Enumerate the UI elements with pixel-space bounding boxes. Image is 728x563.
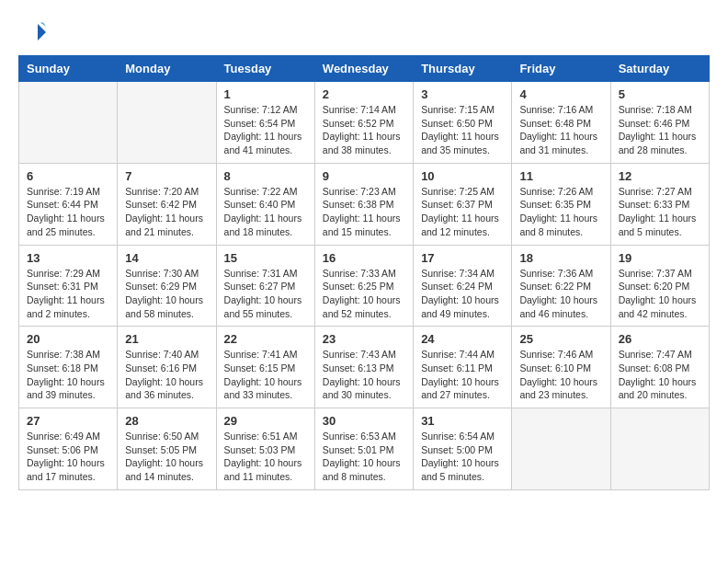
calendar-week-row: 13Sunrise: 7:29 AM Sunset: 6:31 PM Dayli… bbox=[19, 245, 710, 327]
calendar-cell bbox=[19, 82, 118, 164]
calendar-cell: 30Sunrise: 6:53 AM Sunset: 5:01 PM Dayli… bbox=[314, 408, 413, 490]
day-number: 15 bbox=[224, 251, 307, 265]
col-header-tuesday: Tuesday bbox=[216, 56, 314, 82]
calendar-cell: 14Sunrise: 7:30 AM Sunset: 6:29 PM Dayli… bbox=[118, 245, 216, 327]
day-number: 19 bbox=[619, 251, 701, 265]
day-number: 8 bbox=[224, 169, 307, 183]
calendar-cell: 19Sunrise: 7:37 AM Sunset: 6:20 PM Dayli… bbox=[610, 245, 709, 327]
cell-content: Sunrise: 7:16 AM Sunset: 6:48 PM Dayligh… bbox=[519, 103, 602, 157]
cell-content: Sunrise: 7:36 AM Sunset: 6:22 PM Dayligh… bbox=[519, 267, 602, 321]
calendar-cell: 24Sunrise: 7:44 AM Sunset: 6:11 PM Dayli… bbox=[414, 327, 512, 408]
day-number: 29 bbox=[224, 414, 307, 428]
day-number: 3 bbox=[421, 87, 504, 101]
day-number: 18 bbox=[519, 251, 602, 265]
cell-content: Sunrise: 7:41 AM Sunset: 6:15 PM Dayligh… bbox=[224, 348, 307, 402]
day-number: 24 bbox=[421, 332, 504, 346]
calendar-cell: 2Sunrise: 7:14 AM Sunset: 6:52 PM Daylig… bbox=[314, 82, 413, 164]
col-header-thursday: Thursday bbox=[414, 56, 512, 82]
calendar-cell: 20Sunrise: 7:38 AM Sunset: 6:18 PM Dayli… bbox=[19, 327, 118, 408]
cell-content: Sunrise: 7:38 AM Sunset: 6:18 PM Dayligh… bbox=[27, 348, 109, 402]
col-header-friday: Friday bbox=[512, 56, 610, 82]
cell-content: Sunrise: 6:53 AM Sunset: 5:01 PM Dayligh… bbox=[323, 430, 405, 484]
cell-content: Sunrise: 7:46 AM Sunset: 6:10 PM Dayligh… bbox=[519, 348, 602, 402]
day-number: 9 bbox=[323, 169, 405, 183]
cell-content: Sunrise: 7:47 AM Sunset: 6:08 PM Dayligh… bbox=[619, 348, 701, 402]
day-number: 14 bbox=[125, 251, 208, 265]
day-number: 12 bbox=[619, 169, 701, 183]
cell-content: Sunrise: 6:49 AM Sunset: 5:06 PM Dayligh… bbox=[27, 430, 109, 484]
cell-content: Sunrise: 7:25 AM Sunset: 6:37 PM Dayligh… bbox=[421, 185, 504, 239]
calendar-cell: 7Sunrise: 7:20 AM Sunset: 6:42 PM Daylig… bbox=[118, 163, 216, 245]
col-header-sunday: Sunday bbox=[19, 56, 118, 82]
cell-content: Sunrise: 6:54 AM Sunset: 5:00 PM Dayligh… bbox=[421, 430, 504, 484]
cell-content: Sunrise: 7:33 AM Sunset: 6:25 PM Dayligh… bbox=[323, 267, 405, 321]
day-number: 2 bbox=[323, 87, 405, 101]
page-header bbox=[18, 18, 710, 46]
cell-content: Sunrise: 7:31 AM Sunset: 6:27 PM Dayligh… bbox=[224, 267, 307, 321]
day-number: 27 bbox=[27, 414, 109, 428]
cell-content: Sunrise: 7:26 AM Sunset: 6:35 PM Dayligh… bbox=[519, 185, 602, 239]
cell-content: Sunrise: 7:12 AM Sunset: 6:54 PM Dayligh… bbox=[224, 103, 307, 157]
calendar-cell bbox=[610, 408, 709, 490]
day-number: 6 bbox=[27, 169, 109, 183]
calendar-cell bbox=[118, 82, 216, 164]
calendar-cell: 13Sunrise: 7:29 AM Sunset: 6:31 PM Dayli… bbox=[19, 245, 118, 327]
calendar-cell: 16Sunrise: 7:33 AM Sunset: 6:25 PM Dayli… bbox=[314, 245, 413, 327]
col-header-wednesday: Wednesday bbox=[314, 56, 413, 82]
calendar-cell: 28Sunrise: 6:50 AM Sunset: 5:05 PM Dayli… bbox=[118, 408, 216, 490]
calendar-table: SundayMondayTuesdayWednesdayThursdayFrid… bbox=[18, 55, 710, 490]
calendar-cell: 21Sunrise: 7:40 AM Sunset: 6:16 PM Dayli… bbox=[118, 327, 216, 408]
day-number: 10 bbox=[421, 169, 504, 183]
day-number: 31 bbox=[421, 414, 504, 428]
day-number: 25 bbox=[519, 332, 602, 346]
cell-content: Sunrise: 7:27 AM Sunset: 6:33 PM Dayligh… bbox=[619, 185, 701, 239]
calendar-cell: 27Sunrise: 6:49 AM Sunset: 5:06 PM Dayli… bbox=[19, 408, 118, 490]
cell-content: Sunrise: 7:44 AM Sunset: 6:11 PM Dayligh… bbox=[421, 348, 504, 402]
calendar-cell: 8Sunrise: 7:22 AM Sunset: 6:40 PM Daylig… bbox=[216, 163, 314, 245]
cell-content: Sunrise: 6:50 AM Sunset: 5:05 PM Dayligh… bbox=[125, 430, 208, 484]
calendar-cell: 23Sunrise: 7:43 AM Sunset: 6:13 PM Dayli… bbox=[314, 327, 413, 408]
calendar-cell: 26Sunrise: 7:47 AM Sunset: 6:08 PM Dayli… bbox=[610, 327, 709, 408]
cell-content: Sunrise: 7:37 AM Sunset: 6:20 PM Dayligh… bbox=[619, 267, 701, 321]
svg-marker-0 bbox=[38, 24, 46, 40]
day-number: 1 bbox=[224, 87, 307, 101]
calendar-week-row: 20Sunrise: 7:38 AM Sunset: 6:18 PM Dayli… bbox=[19, 327, 710, 408]
calendar-cell: 31Sunrise: 6:54 AM Sunset: 5:00 PM Dayli… bbox=[414, 408, 512, 490]
cell-content: Sunrise: 7:40 AM Sunset: 6:16 PM Dayligh… bbox=[125, 348, 208, 402]
day-number: 20 bbox=[27, 332, 109, 346]
calendar-cell: 10Sunrise: 7:25 AM Sunset: 6:37 PM Dayli… bbox=[414, 163, 512, 245]
cell-content: Sunrise: 7:30 AM Sunset: 6:29 PM Dayligh… bbox=[125, 267, 208, 321]
day-number: 5 bbox=[619, 87, 701, 101]
cell-content: Sunrise: 6:51 AM Sunset: 5:03 PM Dayligh… bbox=[224, 430, 307, 484]
day-number: 28 bbox=[125, 414, 208, 428]
calendar-header-row: SundayMondayTuesdayWednesdayThursdayFrid… bbox=[19, 56, 710, 82]
calendar-cell: 17Sunrise: 7:34 AM Sunset: 6:24 PM Dayli… bbox=[414, 245, 512, 327]
calendar-cell: 3Sunrise: 7:15 AM Sunset: 6:50 PM Daylig… bbox=[414, 82, 512, 164]
col-header-saturday: Saturday bbox=[610, 56, 709, 82]
calendar-cell: 5Sunrise: 7:18 AM Sunset: 6:46 PM Daylig… bbox=[610, 82, 709, 164]
day-number: 11 bbox=[519, 169, 602, 183]
calendar-cell: 4Sunrise: 7:16 AM Sunset: 6:48 PM Daylig… bbox=[512, 82, 610, 164]
day-number: 16 bbox=[323, 251, 405, 265]
calendar-cell: 25Sunrise: 7:46 AM Sunset: 6:10 PM Dayli… bbox=[512, 327, 610, 408]
day-number: 21 bbox=[125, 332, 208, 346]
calendar-week-row: 1Sunrise: 7:12 AM Sunset: 6:54 PM Daylig… bbox=[19, 82, 710, 164]
day-number: 4 bbox=[519, 87, 602, 101]
cell-content: Sunrise: 7:34 AM Sunset: 6:24 PM Dayligh… bbox=[421, 267, 504, 321]
cell-content: Sunrise: 7:20 AM Sunset: 6:42 PM Dayligh… bbox=[125, 185, 208, 239]
calendar-cell: 6Sunrise: 7:19 AM Sunset: 6:44 PM Daylig… bbox=[19, 163, 118, 245]
calendar-cell: 15Sunrise: 7:31 AM Sunset: 6:27 PM Dayli… bbox=[216, 245, 314, 327]
day-number: 26 bbox=[619, 332, 701, 346]
col-header-monday: Monday bbox=[118, 56, 216, 82]
cell-content: Sunrise: 7:23 AM Sunset: 6:38 PM Dayligh… bbox=[323, 185, 405, 239]
cell-content: Sunrise: 7:29 AM Sunset: 6:31 PM Dayligh… bbox=[27, 267, 109, 321]
day-number: 22 bbox=[224, 332, 307, 346]
calendar-cell: 9Sunrise: 7:23 AM Sunset: 6:38 PM Daylig… bbox=[314, 163, 413, 245]
cell-content: Sunrise: 7:19 AM Sunset: 6:44 PM Dayligh… bbox=[27, 185, 109, 239]
calendar-cell: 12Sunrise: 7:27 AM Sunset: 6:33 PM Dayli… bbox=[610, 163, 709, 245]
logo bbox=[18, 18, 50, 46]
logo-icon bbox=[18, 18, 46, 46]
day-number: 13 bbox=[27, 251, 109, 265]
cell-content: Sunrise: 7:15 AM Sunset: 6:50 PM Dayligh… bbox=[421, 103, 504, 157]
cell-content: Sunrise: 7:18 AM Sunset: 6:46 PM Dayligh… bbox=[619, 103, 701, 157]
